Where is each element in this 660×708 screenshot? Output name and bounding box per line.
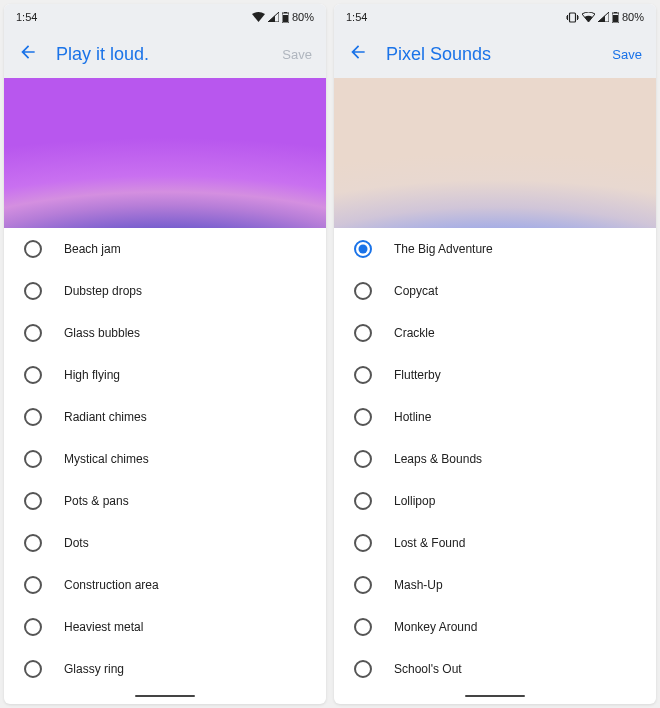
radio-button[interactable]: [24, 618, 42, 636]
radio-button[interactable]: [24, 366, 42, 384]
item-label: Copycat: [394, 284, 438, 298]
list-item[interactable]: Monkey Around: [334, 606, 656, 648]
list-item[interactable]: High flying: [4, 354, 326, 396]
svg-rect-1: [284, 12, 287, 13]
item-label: Flutterby: [394, 368, 441, 382]
list-item[interactable]: Beach jam: [4, 228, 326, 270]
battery-icon: [282, 12, 289, 23]
item-label: Construction area: [64, 578, 159, 592]
list-item[interactable]: Dubstep drops: [4, 270, 326, 312]
status-indicators: 80%: [566, 11, 644, 23]
svg-rect-5: [614, 12, 617, 13]
list-item[interactable]: Glass bubbles: [4, 312, 326, 354]
list-item[interactable]: Hotline: [334, 396, 656, 438]
radio-button[interactable]: [354, 450, 372, 468]
radio-button[interactable]: [354, 366, 372, 384]
status-bar: 1:54 80%: [334, 4, 656, 30]
signal-icon: [598, 12, 609, 22]
radio-button[interactable]: [354, 408, 372, 426]
list-item[interactable]: The Big Adventure: [334, 228, 656, 270]
list-item[interactable]: Glassy ring: [4, 648, 326, 688]
hero-image: [334, 78, 656, 228]
radio-button[interactable]: [354, 492, 372, 510]
status-indicators: 80%: [252, 11, 314, 23]
item-label: Lollipop: [394, 494, 435, 508]
radio-button[interactable]: [24, 324, 42, 342]
signal-icon: [268, 12, 279, 22]
wifi-icon: [582, 12, 595, 22]
list-item[interactable]: Dots: [4, 522, 326, 564]
radio-button[interactable]: [24, 534, 42, 552]
status-time: 1:54: [16, 11, 37, 23]
page-title: Play it loud.: [56, 44, 264, 65]
list-item[interactable]: Pots & pans: [4, 480, 326, 522]
vibrate-icon: [566, 12, 579, 23]
item-label: Pots & pans: [64, 494, 129, 508]
list-item[interactable]: Heaviest metal: [4, 606, 326, 648]
radio-button[interactable]: [354, 240, 372, 258]
list-item[interactable]: Crackle: [334, 312, 656, 354]
list-item[interactable]: School's Out: [334, 648, 656, 688]
svg-rect-3: [569, 13, 575, 22]
item-label: Leaps & Bounds: [394, 452, 482, 466]
list-item[interactable]: Construction area: [4, 564, 326, 606]
item-label: Dots: [64, 536, 89, 550]
list-item[interactable]: Radiant chimes: [4, 396, 326, 438]
item-label: Heaviest metal: [64, 620, 143, 634]
hero-image: [4, 78, 326, 228]
item-label: School's Out: [394, 662, 462, 676]
item-label: Radiant chimes: [64, 410, 147, 424]
radio-button[interactable]: [24, 408, 42, 426]
wifi-icon: [252, 12, 265, 22]
svg-rect-2: [283, 15, 288, 22]
nav-handle[interactable]: [334, 688, 656, 704]
sound-list[interactable]: The Big AdventureCopycatCrackleFlutterby…: [334, 228, 656, 688]
status-bar: 1:54 80%: [4, 4, 326, 30]
item-label: Beach jam: [64, 242, 121, 256]
save-button[interactable]: Save: [612, 47, 642, 62]
item-label: Mash-Up: [394, 578, 443, 592]
app-bar: Play it loud. Save: [4, 30, 326, 78]
back-button[interactable]: [348, 42, 368, 66]
radio-button[interactable]: [354, 534, 372, 552]
item-label: Dubstep drops: [64, 284, 142, 298]
battery-percent: 80%: [622, 11, 644, 23]
nav-handle[interactable]: [4, 688, 326, 704]
list-item[interactable]: Leaps & Bounds: [334, 438, 656, 480]
back-button[interactable]: [18, 42, 38, 66]
item-label: Monkey Around: [394, 620, 477, 634]
status-time: 1:54: [346, 11, 367, 23]
svg-rect-6: [613, 15, 618, 22]
list-item[interactable]: Flutterby: [334, 354, 656, 396]
radio-button[interactable]: [354, 576, 372, 594]
radio-button[interactable]: [354, 324, 372, 342]
radio-button[interactable]: [24, 282, 42, 300]
radio-button[interactable]: [354, 618, 372, 636]
item-label: Mystical chimes: [64, 452, 149, 466]
sound-list[interactable]: Beach jamDubstep dropsGlass bubblesHigh …: [4, 228, 326, 688]
list-item[interactable]: Mystical chimes: [4, 438, 326, 480]
app-bar: Pixel Sounds Save: [334, 30, 656, 78]
phone-screen-right: 1:54 80% Pixel Sounds Save The Big Adven…: [334, 4, 656, 704]
item-label: Lost & Found: [394, 536, 465, 550]
page-title: Pixel Sounds: [386, 44, 594, 65]
phone-screen-left: 1:54 80% Play it loud. Save Beach jamDub…: [4, 4, 326, 704]
list-item[interactable]: Copycat: [334, 270, 656, 312]
battery-percent: 80%: [292, 11, 314, 23]
radio-button[interactable]: [354, 660, 372, 678]
radio-button[interactable]: [354, 282, 372, 300]
item-label: Glass bubbles: [64, 326, 140, 340]
radio-button[interactable]: [24, 450, 42, 468]
list-item[interactable]: Lost & Found: [334, 522, 656, 564]
item-label: Glassy ring: [64, 662, 124, 676]
battery-icon: [612, 12, 619, 23]
list-item[interactable]: Lollipop: [334, 480, 656, 522]
radio-button[interactable]: [24, 576, 42, 594]
radio-button[interactable]: [24, 660, 42, 678]
item-label: Crackle: [394, 326, 435, 340]
save-button[interactable]: Save: [282, 47, 312, 62]
item-label: High flying: [64, 368, 120, 382]
radio-button[interactable]: [24, 240, 42, 258]
radio-button[interactable]: [24, 492, 42, 510]
list-item[interactable]: Mash-Up: [334, 564, 656, 606]
